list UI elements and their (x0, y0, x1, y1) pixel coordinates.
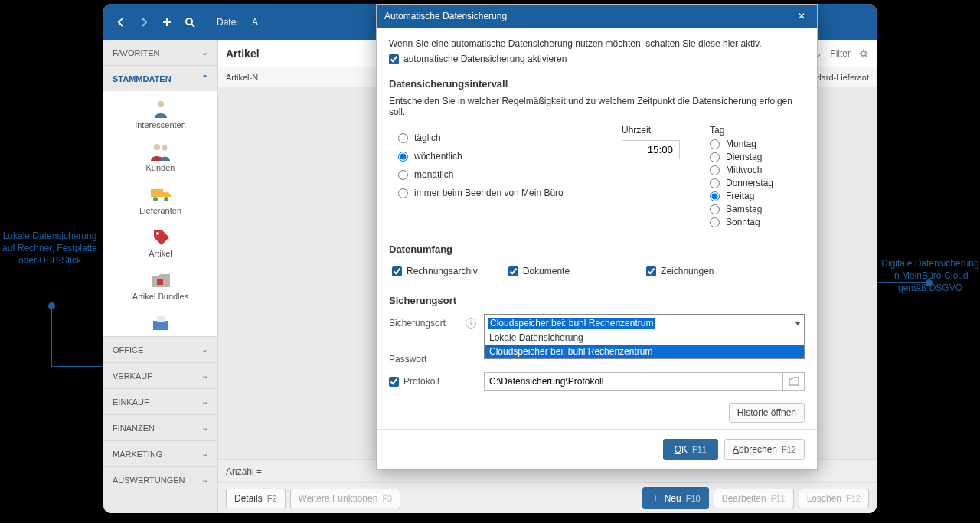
ok-button[interactable]: OKF11 (663, 439, 718, 460)
col-artikelnr[interactable]: Artikel-N (218, 73, 266, 82)
dropdown-option-local[interactable]: Lokale Datensicherung (485, 331, 804, 345)
search-button[interactable] (178, 11, 201, 34)
sidebar-marketing[interactable]: MARKETING⌄ (103, 440, 217, 466)
radio-label: Montag (726, 139, 756, 149)
time-input[interactable] (622, 140, 680, 159)
tag-icon (147, 227, 175, 247)
checkbox[interactable] (392, 266, 402, 276)
sidebar-item-label: Artikel Bundles (132, 292, 188, 301)
activate-check[interactable]: automatische Datensicherung aktivieren (389, 54, 805, 64)
sidebar-stammdaten[interactable]: STAMMDATEN ⌃ (103, 65, 217, 91)
sidebar-item-artikel[interactable]: Artikel (103, 220, 217, 263)
info-icon[interactable]: i (466, 318, 476, 329)
protokoll-path-input[interactable] (484, 372, 783, 391)
radio[interactable] (710, 217, 720, 227)
sidebar-verkauf[interactable]: VERKAUF⌄ (103, 362, 217, 388)
radio[interactable] (710, 139, 720, 149)
time-label: Uhrzeit (622, 125, 697, 136)
radio[interactable] (710, 204, 720, 214)
gear-icon[interactable] (858, 48, 869, 59)
radio-label: Samstag (726, 204, 762, 214)
back-button[interactable] (109, 11, 132, 34)
location-combo[interactable]: Cloudspeicher bei: buhl Rechenzentrum (484, 314, 805, 332)
chevron-down-icon: ⌄ (201, 397, 208, 407)
radio-label: Sonntag (726, 217, 760, 227)
scope-zeichnungen[interactable]: Zeichnungen (646, 266, 714, 276)
scope-rechnungsarchiv[interactable]: Rechnungsarchiv (392, 266, 478, 276)
sidebar-favoriten[interactable]: FAVORITEN ⌄ (103, 40, 217, 65)
callout-cloud: Digitale Daten­sicherung in MeinBüro-Clo… (880, 257, 980, 295)
svg-point-7 (156, 232, 159, 235)
radio[interactable] (710, 191, 720, 201)
svg-point-0 (186, 18, 192, 25)
sidebar-label: STAMMDATEN (113, 74, 172, 83)
day-samstag[interactable]: Samstag (710, 204, 805, 214)
sidebar-item-label: Kunden (146, 163, 175, 172)
menu-file[interactable]: Datei (217, 17, 238, 28)
day-donnerstag[interactable]: Donnerstag (710, 178, 805, 188)
sidebar-item-kunden[interactable]: Kunden (103, 134, 217, 177)
sidebar-item-lieferanten[interactable]: Lieferanten (103, 177, 217, 220)
freq-onexit[interactable]: immer beim Beenden von Mein Büro (398, 188, 606, 198)
day-sonntag[interactable]: Sonntag (710, 217, 805, 227)
location-heading: Sicherungsort (389, 295, 805, 306)
sidebar-item-interessenten[interactable]: Interessenten (103, 91, 217, 134)
bearbeiten-button[interactable]: BearbeitenF11 (714, 489, 794, 508)
day-dienstag[interactable]: Dienstag (710, 152, 805, 162)
freq-daily[interactable]: täglich (398, 132, 606, 143)
sidebar-item-more[interactable] (103, 306, 217, 336)
browse-button[interactable] (783, 372, 805, 391)
day-freitag[interactable]: Freitag (710, 191, 805, 201)
location-dropdown: Lokale Datensicherung Cloudspeicher bei:… (484, 331, 805, 359)
combo-value: Cloudspeicher bei: buhl Rechenzentrum (488, 318, 655, 329)
neu-button[interactable]: ＋NeuF10 (642, 487, 709, 509)
weitere-button[interactable]: Weitere FunktionenF3 (290, 489, 401, 508)
interval-desc: Entscheiden Sie in welcher Regelmäßigkei… (389, 96, 805, 117)
radio[interactable] (398, 188, 408, 198)
chevron-up-icon: ⌃ (201, 74, 208, 83)
cancel-button[interactable]: AbbrechenF12 (724, 439, 805, 460)
btn-label: OK (675, 444, 688, 455)
dialog-title: Automatische Datensicherung (384, 11, 507, 21)
day-mittwoch[interactable]: Mittwoch (710, 165, 805, 175)
radio[interactable] (398, 170, 408, 180)
scope-dokumente[interactable]: Dokumente (508, 266, 570, 276)
loeschen-button[interactable]: LöschenF12 (799, 489, 869, 508)
svg-point-1 (158, 101, 164, 107)
radio-label: wöchentlich (414, 151, 462, 162)
sidebar-item-bundles[interactable]: Artikel Bundles (103, 263, 217, 306)
new-button[interactable] (155, 11, 178, 34)
sidebar-label: FINANZEN (113, 423, 155, 433)
filter-button[interactable]: Filter (830, 48, 851, 59)
protokoll-check[interactable]: Protokoll (389, 376, 466, 387)
radio-label: täglich (414, 132, 441, 143)
svg-rect-4 (151, 189, 163, 197)
forward-button[interactable] (132, 11, 155, 34)
details-button[interactable]: DetailsF2 (226, 489, 286, 508)
folder-icon (147, 270, 175, 290)
close-button[interactable]: ✕ (794, 11, 809, 21)
checkbox[interactable] (389, 377, 399, 387)
day-montag[interactable]: Montag (710, 139, 805, 149)
sidebar-office[interactable]: OFFICE⌄ (103, 336, 217, 362)
radio[interactable] (398, 152, 408, 162)
sidebar-label: OFFICE (113, 345, 143, 355)
radio[interactable] (710, 178, 720, 188)
sidebar-auswertungen[interactable]: AUSWERTUNGEN⌄ (103, 466, 217, 492)
sidebar-finanzen[interactable]: FINANZEN⌄ (103, 414, 217, 440)
radio[interactable] (710, 165, 720, 175)
sidebar-label: VERKAUF (113, 371, 152, 381)
dropdown-option-cloud[interactable]: Cloudspeicher bei: buhl Rechenzentrum (485, 345, 804, 358)
activate-checkbox[interactable] (389, 54, 399, 64)
radio[interactable] (710, 152, 720, 162)
checkbox[interactable] (508, 266, 518, 276)
callout-local: Lokale Daten­sicherung auf Rechner, Fest… (0, 230, 100, 267)
menu-a[interactable]: A (252, 17, 258, 28)
freq-weekly[interactable]: wöchentlich (398, 151, 606, 162)
checkbox[interactable] (646, 266, 656, 276)
freq-monthly[interactable]: monatlich (398, 169, 606, 180)
sidebar-einkauf[interactable]: EINKAUF⌄ (103, 388, 217, 414)
history-button[interactable]: Historie öffnen (729, 403, 805, 423)
svg-point-2 (154, 144, 160, 150)
radio[interactable] (398, 133, 408, 143)
